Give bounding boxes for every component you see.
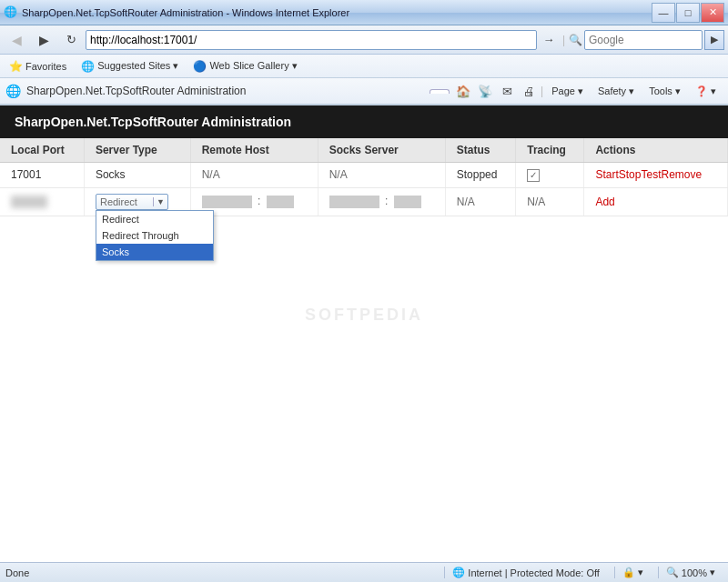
print-button[interactable]: 🖨 [519, 81, 539, 101]
zoom-icon: 🔍 [666, 567, 679, 578]
title-bar-buttons: — □ ✕ [652, 3, 724, 23]
add-link[interactable]: Add [595, 196, 614, 208]
col-local-port: Local Port [0, 138, 84, 163]
refresh-button[interactable]: ↻ [58, 28, 84, 52]
col-server-type: Server Type [84, 138, 190, 163]
page-icon: 🌐 [5, 84, 21, 98]
suggested-sites-icon: 🌐 [81, 60, 95, 73]
col-actions: Actions [584, 138, 728, 163]
status-right: 🌐 Internet | Protected Mode: Off 🔒 ▾ 🔍 1… [444, 567, 723, 578]
cell-tracing: ✓ [516, 163, 584, 188]
server-type-dropdown-wrapper: Redirect ▼ Redirect Redirect Through Soc… [96, 194, 168, 210]
socks-host-input-blurred [329, 196, 379, 208]
dropdown-option-redirect[interactable]: Redirect [96, 211, 213, 227]
table-row: 17001 Socks N/A N/A Stopped ✓ StartStopT… [0, 163, 728, 188]
new-tracing-cell: N/A [516, 187, 584, 216]
help-button[interactable]: ❓ ▾ [689, 83, 723, 100]
socks-port-input-blurred [394, 196, 421, 208]
new-socks-server-cell: : [318, 187, 445, 216]
col-socks-server: Socks Server [318, 138, 445, 163]
web-slice-button[interactable]: 🔵 Web Slice Gallery ▾ [189, 58, 300, 75]
cell-server-type: Socks [84, 163, 190, 188]
security-lock: 🔒 ▾ [614, 567, 651, 578]
status-bar: Done 🌐 Internet | Protected Mode: Off 🔒 … [0, 562, 728, 582]
suggested-sites-button[interactable]: 🌐 Suggested Sites ▾ [77, 58, 182, 75]
remote-host-input-blurred [202, 196, 252, 208]
search-icon: 🔍 [569, 34, 582, 46]
admin-table: Local Port Server Type Remote Host Socks… [0, 138, 728, 216]
remote-port-input-blurred [267, 196, 294, 208]
nav-bar: ◀ ▶ ↻ → | 🔍 ▶ [0, 25, 728, 55]
cell-actions: StartStopTestRemove [584, 163, 728, 188]
admin-panel-header: SharpOpen.Net.TcpSoftRouter Administrati… [0, 105, 728, 138]
web-slice-label: Web Slice Gallery ▾ [209, 60, 297, 72]
new-local-port-blurred [11, 196, 47, 208]
command-bar: 🌐 SharpOpen.Net.TcpSoftRouter Administra… [0, 78, 728, 105]
web-slice-icon: 🔵 [193, 60, 207, 73]
zone-text: Internet | Protected Mode: Off [468, 567, 600, 578]
dropdown-option-redirect-through[interactable]: Redirect Through [96, 227, 213, 244]
forward-button[interactable]: ▶ [31, 28, 56, 52]
cell-remote-host: N/A [190, 163, 318, 188]
new-status-cell: N/A [445, 187, 515, 216]
toolbar-right: 🏠 📡 ✉ 🖨 | Page ▾ Safety ▾ Tools ▾ ❓ ▾ [453, 81, 723, 101]
page-menu-button[interactable]: Page ▾ [545, 83, 590, 100]
cell-local-port: 17001 [0, 163, 84, 188]
page-title-area: 🌐 SharpOpen.Net.TcpSoftRouter Administra… [5, 84, 426, 98]
safety-menu-button[interactable]: Safety ▾ [592, 83, 641, 100]
zoom-control[interactable]: 🔍 100% ▾ [658, 567, 723, 578]
col-tracing: Tracing [516, 138, 584, 163]
cell-socks-server: N/A [318, 163, 445, 188]
col-status: Status [445, 138, 515, 163]
favorites-label: Favorites [25, 61, 66, 72]
socks-colon: : [385, 195, 388, 207]
read-mail-button[interactable]: ✉ [497, 81, 517, 101]
dropdown-arrow-icon: ▼ [153, 197, 167, 206]
tracing-checkbox[interactable]: ✓ [527, 169, 540, 182]
status-text: Done [5, 567, 444, 578]
new-actions-cell: Add [584, 187, 728, 216]
server-type-dropdown[interactable]: Redirect ▼ [96, 194, 168, 210]
cell-status: Stopped [445, 163, 515, 188]
title-bar: 🌐 SharpOpen.Net.TcpSoftRouter Administra… [0, 0, 728, 25]
lock-icon: 🔒 [622, 567, 635, 578]
favorites-bar: ⭐ Favorites 🌐 Suggested Sites ▾ 🔵 Web Sl… [0, 55, 728, 78]
actions-link[interactable]: StartStopTestRemove [595, 168, 702, 181]
feeds-button[interactable]: 📡 [475, 81, 495, 101]
search-submit-button[interactable]: ▶ [704, 30, 724, 50]
new-local-port-cell [0, 187, 84, 216]
zoom-arrow: ▾ [710, 567, 715, 578]
zoom-text: 100% [682, 567, 707, 578]
security-zone: 🌐 Internet | Protected Mode: Off [444, 567, 607, 578]
close-button[interactable]: ✕ [701, 3, 724, 23]
content-area: SharpOpen.Net.TcpSoftRouter Administrati… [0, 105, 728, 562]
home-button[interactable]: 🏠 [453, 81, 473, 101]
new-tab[interactable] [430, 89, 450, 94]
search-input[interactable] [584, 30, 703, 50]
ie-icon: 🌐 [4, 5, 18, 20]
admin-title: SharpOpen.Net.TcpSoftRouter Administrati… [15, 115, 291, 129]
favorites-button[interactable]: ⭐ Favorites [5, 58, 70, 75]
softpedia-watermark: SOFTPEDIA [305, 306, 423, 325]
title-bar-text: SharpOpen.Net.TcpSoftRouter Administrati… [22, 7, 652, 18]
dropdown-list: Redirect Redirect Through Socks [96, 210, 214, 261]
table-header-row: Local Port Server Type Remote Host Socks… [0, 138, 728, 163]
new-server-type-cell: Redirect ▼ Redirect Redirect Through Soc… [84, 187, 190, 216]
new-entry-row: Redirect ▼ Redirect Redirect Through Soc… [0, 187, 728, 216]
col-remote-host: Remote Host [190, 138, 318, 163]
star-icon: ⭐ [9, 60, 23, 73]
page-title-text: SharpOpen.Net.TcpSoftRouter Administrati… [26, 85, 246, 97]
back-button[interactable]: ◀ [4, 28, 29, 52]
dropdown-option-socks[interactable]: Socks [96, 244, 213, 260]
tools-menu-button[interactable]: Tools ▾ [642, 83, 687, 100]
zone-icon: 🌐 [452, 567, 465, 578]
remote-host-colon: : [258, 195, 260, 207]
address-bar-input[interactable] [86, 30, 537, 50]
suggested-sites-label: Suggested Sites ▾ [97, 60, 178, 72]
arrow-icon: ▾ [638, 567, 643, 578]
maximize-button[interactable]: □ [676, 3, 700, 23]
go-button[interactable]: → [539, 30, 559, 50]
minimize-button[interactable]: — [652, 3, 675, 23]
dropdown-selected-value: Redirect [96, 196, 153, 208]
